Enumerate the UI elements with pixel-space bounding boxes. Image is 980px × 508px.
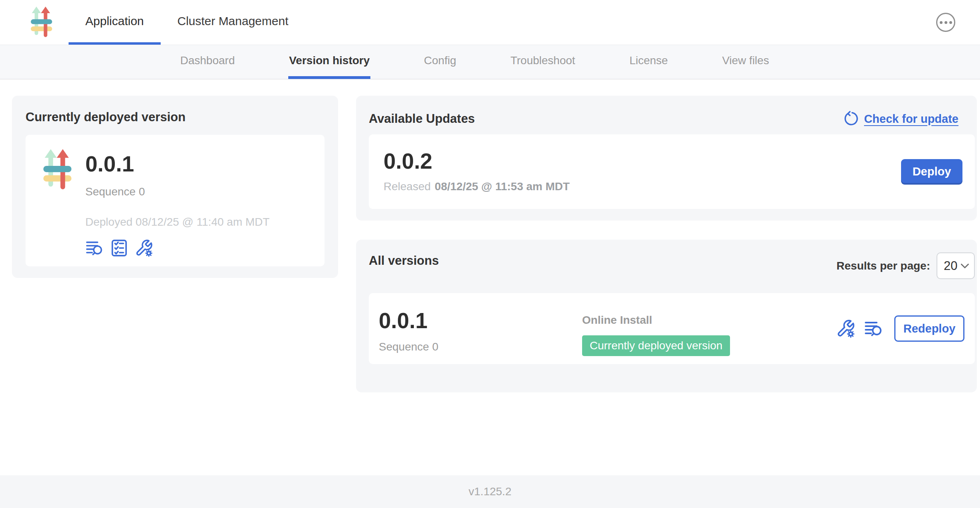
release-notes-icon[interactable]	[864, 319, 883, 338]
all-versions-title: All versions	[369, 254, 439, 268]
results-per-page-select[interactable]: 20	[937, 252, 975, 279]
subnav-tab-label: Config	[424, 54, 456, 67]
deployed-version-panel: 0.0.1 Sequence 0 Deployed 08/12/25 @ 11:…	[26, 135, 325, 266]
config-icon[interactable]	[836, 319, 855, 338]
subnav-tab-license[interactable]: License	[629, 45, 669, 79]
subnav-tab-label: View files	[722, 54, 769, 67]
app-logo-icon	[40, 149, 75, 191]
chevron-down-icon	[961, 264, 969, 268]
deployed-timestamp: Deployed 08/12/25 @ 11:40 am MDT	[85, 216, 270, 228]
app-sub-nav: Dashboard Version history Config Trouble…	[0, 45, 980, 79]
config-icon[interactable]	[135, 239, 153, 257]
released-date: 08/12/25 @ 11:53 am MDT	[435, 180, 570, 193]
subnav-tab-version-history[interactable]: Version history	[288, 45, 370, 79]
available-updates-card: Available Updates Check for update 0.0.2…	[356, 96, 977, 221]
version-history-page: Currently deployed version 0.0.1 Sequenc…	[0, 79, 980, 475]
deploy-button[interactable]: Deploy	[901, 159, 962, 185]
currently-deployed-badge: Currently deployed version	[582, 335, 730, 356]
released-prefix: Released	[384, 180, 431, 193]
results-per-page-value: 20	[944, 259, 957, 273]
row-version-number: 0.0.1	[379, 310, 438, 332]
subnav-tab-label: Version history	[289, 54, 370, 67]
update-released-timestamp: Released08/12/25 @ 11:53 am MDT	[384, 180, 570, 193]
all-versions-card: All versions Results per page: 20 0.0.1 …	[356, 240, 977, 392]
console-footer: v1.125.2	[0, 475, 980, 508]
tab-cluster-management-label: Cluster Management	[177, 14, 288, 28]
install-type-label: Online Install	[582, 314, 730, 327]
subnav-tab-troubleshoot[interactable]: Troubleshoot	[510, 45, 576, 79]
currently-deployed-title: Currently deployed version	[26, 110, 325, 124]
currently-deployed-card: Currently deployed version 0.0.1 Sequenc…	[12, 96, 338, 278]
available-updates-title: Available Updates	[369, 112, 475, 126]
available-update-row: 0.0.2 Released08/12/25 @ 11:53 am MDT De…	[369, 134, 975, 209]
top-nav: Application Cluster Management	[0, 0, 980, 45]
tab-cluster-management[interactable]: Cluster Management	[161, 0, 305, 45]
subnav-tab-dashboard[interactable]: Dashboard	[179, 45, 236, 79]
results-per-page-label: Results per page:	[836, 260, 930, 272]
row-sequence: Sequence 0	[379, 341, 438, 353]
overflow-menu-icon[interactable]	[936, 13, 955, 32]
tab-application[interactable]: Application	[69, 0, 161, 45]
release-notes-icon[interactable]	[85, 239, 104, 257]
subnav-tab-view-files[interactable]: View files	[721, 45, 770, 79]
subnav-tab-label: Dashboard	[180, 54, 235, 67]
redeploy-button[interactable]: Redeploy	[894, 315, 964, 342]
check-for-update-label: Check for update	[864, 112, 958, 126]
subnav-tab-label: Troubleshoot	[510, 54, 575, 67]
deployed-version-number: 0.0.1	[85, 153, 270, 175]
preflight-checks-icon[interactable]	[110, 239, 128, 257]
ellipsis-dot	[940, 21, 943, 24]
deployed-sequence: Sequence 0	[85, 185, 270, 198]
subnav-tab-label: License	[630, 54, 668, 67]
tab-application-label: Application	[85, 14, 144, 28]
app-logo-icon	[30, 6, 53, 39]
check-for-update-link[interactable]: Check for update	[843, 111, 958, 127]
ellipsis-dot	[945, 21, 947, 24]
version-row: 0.0.1 Sequence 0 Online Install Currentl…	[369, 293, 975, 364]
subnav-tab-config[interactable]: Config	[423, 45, 457, 79]
refresh-icon	[843, 111, 859, 127]
console-version: v1.125.2	[468, 485, 511, 498]
ellipsis-dot	[949, 21, 952, 24]
update-version-number: 0.0.2	[384, 150, 570, 172]
top-nav-tabs: Application Cluster Management	[69, 0, 305, 45]
